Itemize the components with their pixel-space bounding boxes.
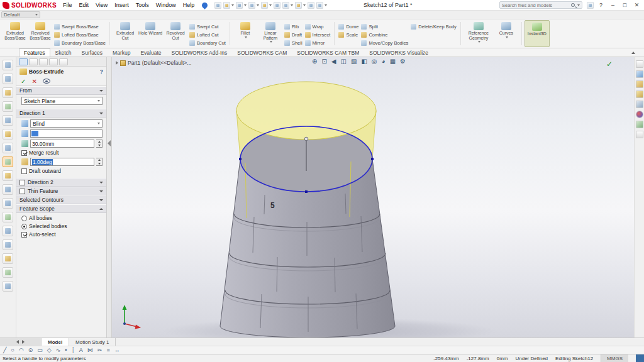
panel-splitter[interactable] <box>107 57 112 337</box>
side-toolbar-icon[interactable] <box>3 226 13 236</box>
display-manager-tab-icon[interactable] <box>59 58 68 65</box>
rib-button[interactable]: Rib <box>283 23 304 30</box>
revolved-boss-base-button[interactable]: Revolved Boss/Base <box>28 20 53 47</box>
pm-preview-icon[interactable] <box>43 79 50 84</box>
point-tool-icon[interactable]: • <box>65 346 67 354</box>
display-style-icon[interactable]: ◧ <box>361 57 367 66</box>
view-settings-icon[interactable]: ⚙ <box>400 57 406 66</box>
circle-tool-icon[interactable]: ○ <box>11 346 14 354</box>
from-section-header[interactable]: From <box>16 86 106 95</box>
forum-icon[interactable] <box>636 131 643 138</box>
task-pane-chevron-icon[interactable] <box>636 60 643 68</box>
collapse-ribbon-icon[interactable] <box>631 52 635 54</box>
side-toolbar-icon[interactable] <box>3 143 13 153</box>
configuration-dropdown[interactable]: Default <box>1 11 40 18</box>
text-tool-icon[interactable]: A <box>79 346 83 354</box>
scroll-right-icon[interactable] <box>22 340 25 344</box>
previous-view-icon[interactable]: ◀ <box>331 57 336 66</box>
motion-study-tab[interactable]: Motion Study 1 <box>69 338 116 346</box>
pm-help-button[interactable]: ? <box>100 69 103 75</box>
polygon-tool-icon[interactable]: ◇ <box>47 346 52 354</box>
tab-surfaces[interactable]: Surfaces <box>77 48 108 57</box>
menu-help[interactable]: Help <box>183 2 195 8</box>
pm-ok-button[interactable]: ✓ <box>21 78 26 85</box>
graphics-viewport[interactable]: 5 Part1 (Default<<Default>... ⊕ ⊡ ◀ ◫ <box>112 57 634 337</box>
redo-icon[interactable] <box>274 2 280 9</box>
linear-pattern-button[interactable]: Linear Pattern <box>258 20 283 47</box>
reference-geometry-button[interactable]: Reference Geometry <box>464 20 494 47</box>
auto-select-checkbox[interactable] <box>21 232 27 238</box>
menu-view[interactable]: View <box>96 2 108 8</box>
draft-spinner[interactable] <box>96 158 103 166</box>
menu-file[interactable]: File <box>63 2 72 8</box>
zoom-to-area-icon[interactable]: ⊡ <box>321 57 326 66</box>
help-button[interactable]: ? <box>596 2 606 8</box>
draft-button[interactable]: Draft <box>283 31 304 38</box>
side-toolbar-icon[interactable] <box>3 101 13 112</box>
section-view-icon[interactable]: ◫ <box>340 57 346 66</box>
curves-button[interactable]: Curves <box>494 20 519 47</box>
draft-outward-checkbox[interactable] <box>21 168 27 174</box>
search-dropdown-icon[interactable] <box>577 4 580 6</box>
feature-tree-breadcrumb[interactable]: Part1 (Default<<Default>... <box>116 60 191 66</box>
extruded-boss-base-button[interactable]: Extruded Boss/Base <box>3 20 28 47</box>
all-bodies-radio[interactable] <box>21 216 27 221</box>
direction2-section-header[interactable]: Direction 2 <box>16 178 106 187</box>
file-properties-icon[interactable] <box>308 2 314 9</box>
expand-tree-icon[interactable] <box>116 61 118 65</box>
side-toolbar-icon[interactable] <box>3 281 13 292</box>
options-icon[interactable] <box>316 2 323 9</box>
menu-insert[interactable]: Insert <box>114 2 129 8</box>
menu-edit[interactable]: Edit <box>79 2 89 8</box>
zoom-to-fit-icon[interactable]: ⊕ <box>312 57 317 66</box>
menu-window[interactable]: Window <box>156 2 176 8</box>
tab-solidworks-cam[interactable]: SOLIDWORKS CAM <box>232 48 292 57</box>
view-orientation-icon[interactable]: ▧ <box>351 57 357 66</box>
custom-properties-icon[interactable] <box>636 121 643 128</box>
fillet-dropdown-icon[interactable] <box>245 36 247 38</box>
offset-entities-tool-icon[interactable]: ≡ <box>106 346 109 354</box>
options-dropdown-icon[interactable] <box>325 4 327 6</box>
tab-features[interactable]: Features <box>19 48 50 57</box>
revolved-cut-button[interactable]: Revolved Cut <box>163 20 188 47</box>
units-selector[interactable]: MMGS <box>601 354 628 362</box>
combine-button[interactable]: Combine <box>360 31 409 38</box>
save-dropdown-icon[interactable] <box>244 4 247 6</box>
side-toolbar-active-icon[interactable] <box>3 156 13 167</box>
side-toolbar-icon[interactable] <box>3 170 13 181</box>
depth-spinner[interactable] <box>96 140 103 148</box>
selected-contours-section-header[interactable]: Selected Contours <box>16 195 106 204</box>
trim-entities-tool-icon[interactable]: ✂ <box>97 346 103 354</box>
select-icon[interactable] <box>282 2 289 9</box>
fillet-button[interactable]: Fillet <box>233 20 258 47</box>
save-icon[interactable] <box>236 2 243 9</box>
extruded-cut-button[interactable]: Extruded Cut <box>113 20 138 47</box>
open-dropdown-icon[interactable] <box>231 4 234 6</box>
mirror-entities-tool-icon[interactable]: ⋈ <box>87 346 93 354</box>
hole-wizard-button[interactable]: Hole Wizard <box>138 20 163 47</box>
side-toolbar-icon[interactable] <box>3 60 13 70</box>
direction2-checkbox[interactable] <box>19 180 25 185</box>
linear-pattern-dropdown-icon[interactable] <box>270 41 272 43</box>
side-toolbar-icon[interactable] <box>3 129 13 140</box>
depth-input[interactable]: 30.00mm <box>30 140 94 148</box>
tab-solidworks-cam-tbm[interactable]: SOLIDWORKS CAM TBM <box>292 48 364 57</box>
lofted-cut-button[interactable]: Lofted Cut <box>188 31 227 38</box>
file-explorer-icon[interactable] <box>636 90 643 98</box>
apply-scene-icon[interactable]: ▦ <box>390 57 396 66</box>
print-icon[interactable] <box>248 2 255 9</box>
property-manager-tab-icon[interactable] <box>19 58 28 65</box>
start-condition-dropdown[interactable]: Sketch Plane <box>21 97 103 105</box>
spline-tool-icon[interactable]: ∿ <box>56 346 61 354</box>
configuration-manager-tab-icon[interactable] <box>39 58 48 65</box>
direction1-section-header[interactable]: Direction 1 <box>16 109 106 118</box>
side-toolbar-icon[interactable] <box>3 87 13 98</box>
side-toolbar-icon[interactable] <box>3 239 13 250</box>
tab-solidworks-add-ins[interactable]: SOLIDWORKS Add-Ins <box>167 48 233 57</box>
boundary-boss-base-button[interactable]: Boundary Boss/Base <box>53 39 107 47</box>
tab-evaluate[interactable]: Evaluate <box>135 48 166 57</box>
select-dropdown-icon[interactable] <box>291 4 293 6</box>
design-library-icon[interactable] <box>636 80 643 88</box>
merge-result-checkbox[interactable] <box>21 150 27 156</box>
help-gear-icon[interactable] <box>587 2 594 9</box>
